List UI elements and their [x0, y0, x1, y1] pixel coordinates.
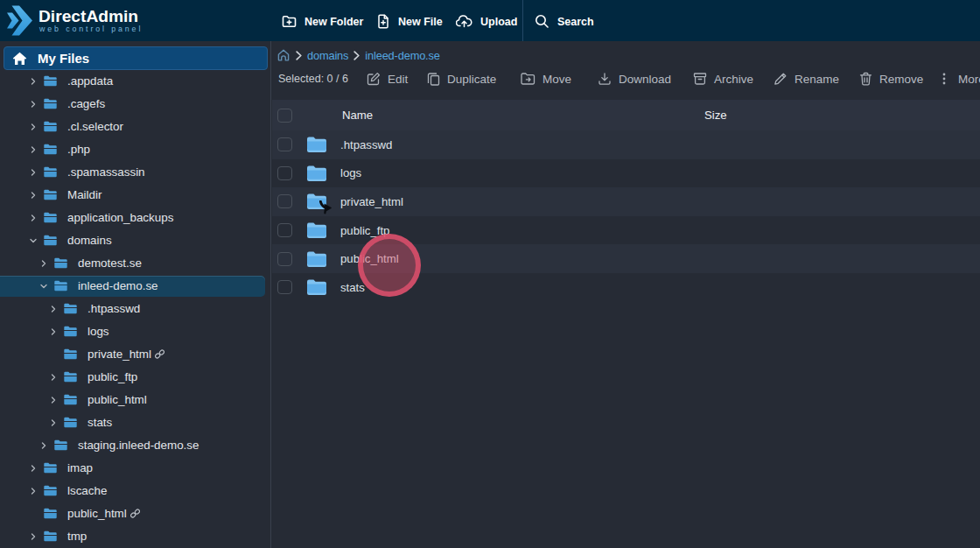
svg-text:DirectAdmin: DirectAdmin — [38, 7, 138, 25]
svg-text:web control panel: web control panel — [38, 25, 143, 33]
